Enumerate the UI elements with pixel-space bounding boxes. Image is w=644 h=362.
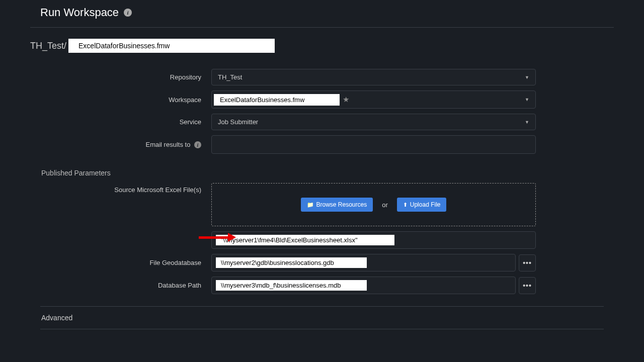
select-repository-value: TH_Test <box>218 73 242 81</box>
info-icon[interactable]: i <box>124 9 132 17</box>
value-db-path: \\myserver3\mdb_f\businesslicenses.mdb <box>216 280 367 291</box>
select-workspace[interactable]: ExcelDataforBusinesses.fmw ★ ▼ <box>211 90 536 109</box>
value-source-path: "\\myserver1\fme4\Bld\ExcelBusinessheet.… <box>216 235 394 245</box>
select-service[interactable]: Job Submitter ▼ <box>211 114 536 130</box>
chevron-down-icon: ▼ <box>525 75 529 80</box>
label-repository: Repository <box>40 73 211 81</box>
label-email: Email results to i <box>40 141 211 149</box>
row-workspace: Workspace ExcelDataforBusinesses.fmw ★ ▼ <box>40 90 604 109</box>
row-service: Service Job Submitter ▼ <box>40 114 604 130</box>
breadcrumb-file: ExcelDataforBusinesses.fmw <box>68 39 275 53</box>
file-drop-zone[interactable]: Browse Resources or Upload File <box>211 183 536 226</box>
input-email[interactable] <box>211 135 536 154</box>
select-workspace-value: ExcelDataforBusinesses.fmw <box>214 94 340 106</box>
row-db-path: Database Path \\myserver3\mdb_f\business… <box>40 277 604 294</box>
arrow-shaft <box>199 236 228 239</box>
label-db-path: Database Path <box>40 282 211 289</box>
published-params-heading: Published Parameters <box>40 159 604 183</box>
upload-icon <box>403 201 408 208</box>
label-workspace: Workspace <box>40 96 211 104</box>
browse-resources-button[interactable]: Browse Resources <box>301 198 373 212</box>
value-file-gdb: \\myserver2\gdb\businesslocations.gdb <box>216 257 367 268</box>
section-divider <box>40 329 604 329</box>
row-email: Email results to i <box>40 135 604 154</box>
breadcrumb-prefix: TH_Test/ <box>30 41 66 51</box>
input-source-path[interactable]: "\\myserver1\fme4\Bld\ExcelBusinessheet.… <box>211 231 536 249</box>
select-repository[interactable]: TH_Test ▼ <box>211 69 536 85</box>
info-icon[interactable]: i <box>194 141 201 148</box>
arrow-annotation <box>199 233 236 242</box>
folder-icon <box>307 201 314 208</box>
row-source-path: "\\myserver1\fme4\Bld\ExcelBusinessheet.… <box>40 231 604 249</box>
chevron-down-icon: ▼ <box>525 97 529 102</box>
row-source-excel: Source Microsoft Excel File(s) Browse Re… <box>40 183 604 226</box>
upload-button-label: Upload File <box>410 201 441 208</box>
arrow-head-icon <box>228 233 236 242</box>
browse-file-gdb-button[interactable]: ••• <box>519 254 536 272</box>
row-file-gdb: File Geodatabase \\myserver2\gdb\busines… <box>40 254 604 272</box>
input-file-gdb[interactable]: \\myserver2\gdb\businesslocations.gdb <box>211 254 516 272</box>
label-email-text: Email results to <box>146 141 191 148</box>
input-db-path[interactable]: \\myserver3\mdb_f\businesslicenses.mdb <box>211 277 516 294</box>
content-panel: Repository TH_Test ▼ Workspace ExcelData… <box>40 63 604 329</box>
chevron-down-icon: ▼ <box>525 120 529 125</box>
page-title-text: Run Workspace <box>40 6 119 19</box>
upload-file-button[interactable]: Upload File <box>397 198 447 212</box>
label-service: Service <box>40 118 211 126</box>
browse-db-path-button[interactable]: ••• <box>519 277 536 294</box>
select-service-value: Job Submitter <box>218 118 258 126</box>
page-title: Run Workspace i <box>0 0 644 25</box>
advanced-heading[interactable]: Advanced <box>40 307 604 329</box>
label-file-gdb: File Geodatabase <box>40 259 211 266</box>
row-repository: Repository TH_Test ▼ <box>40 69 604 85</box>
breadcrumb: TH_Test/ ExcelDataforBusinesses.fmw <box>0 28 644 59</box>
label-source-excel: Source Microsoft Excel File(s) <box>40 183 211 194</box>
browse-button-label: Browse Resources <box>316 201 367 208</box>
star-icon[interactable]: ★ <box>343 95 349 104</box>
or-text: or <box>382 201 388 209</box>
